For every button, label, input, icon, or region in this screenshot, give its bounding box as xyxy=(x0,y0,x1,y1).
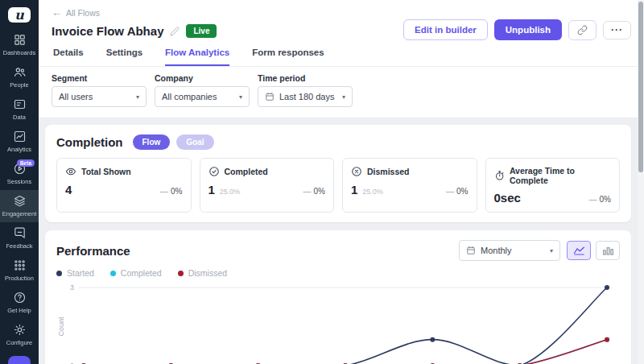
completion-title: Completion xyxy=(56,135,123,149)
svg-text:3: 3 xyxy=(70,283,74,292)
flow-pill[interactable]: Flow xyxy=(133,134,171,150)
sidebar-item-label: Get Help xyxy=(7,307,31,314)
company-label: Company xyxy=(155,73,250,83)
company-select[interactable]: All companies ▾ xyxy=(155,86,250,107)
back-arrow-icon: ← xyxy=(52,6,62,19)
granularity-value: Monthly xyxy=(481,246,512,255)
edit-title-icon[interactable] xyxy=(170,27,180,36)
tab-bar: Details Settings Flow Analytics Form res… xyxy=(52,48,631,66)
tab-settings[interactable]: Settings xyxy=(106,48,142,66)
line-chart-icon xyxy=(573,246,585,255)
stat-label: Average Time to Complete xyxy=(510,166,611,185)
line-chart-toggle[interactable] xyxy=(567,241,591,260)
legend-completed[interactable]: Completed xyxy=(110,268,162,278)
legend-label: Completed xyxy=(121,268,162,278)
segment-select[interactable]: All users ▾ xyxy=(52,86,147,107)
sidebar-item-dashboards[interactable]: Dashboards xyxy=(0,29,39,61)
stat-value: 1 xyxy=(351,183,357,196)
legend-label: Started xyxy=(67,268,94,278)
sidebar-item-label: Data xyxy=(13,114,26,121)
sidebar-item-people[interactable]: People xyxy=(0,61,39,93)
sidebar-item-engagement[interactable]: Engagement xyxy=(0,190,39,222)
sidebar-item-label: Engagement xyxy=(2,210,37,217)
more-options-button[interactable]: ··· xyxy=(603,21,631,39)
feedback-icon xyxy=(13,226,27,240)
legend-started[interactable]: Started xyxy=(56,268,94,278)
time-period-value: Last 180 days xyxy=(279,92,335,101)
legend-label: Dismissed xyxy=(188,268,227,278)
svg-text:Count: Count xyxy=(57,316,65,337)
stat-value: 0sec xyxy=(494,191,521,205)
stat-sub: 25.0% xyxy=(362,188,383,196)
stat-delta: —0% xyxy=(446,187,468,196)
tab-flow-analytics[interactable]: Flow Analytics xyxy=(165,48,229,66)
user-avatar[interactable]: US xyxy=(8,356,31,364)
stopwatch-icon xyxy=(494,170,505,181)
check-circle-icon xyxy=(208,166,220,177)
production-grid-icon xyxy=(13,259,27,272)
sidebar-item-analytics[interactable]: Analytics xyxy=(0,126,39,158)
time-period-label: Time period xyxy=(258,73,353,83)
completion-card: Completion Flow Goal Total Shown 4 —0% xyxy=(45,125,631,222)
help-icon xyxy=(13,291,27,304)
engagement-layers-icon xyxy=(13,194,27,208)
sidebar-item-configure[interactable]: Configure xyxy=(0,319,39,351)
chevron-down-icon: ▾ xyxy=(239,93,242,101)
page-header: ← All Flows Invoice Flow Abhay Live Edit… xyxy=(39,0,644,67)
time-period-select[interactable]: Last 180 days ▾ xyxy=(258,86,353,107)
stat-delta: —0% xyxy=(589,195,611,204)
legend-dismissed[interactable]: Dismissed xyxy=(178,268,227,278)
sidebar-item-production[interactable]: Production xyxy=(0,254,39,287)
company-value: All companies xyxy=(162,92,217,101)
time-period-filter: Time period Last 180 days ▾ xyxy=(258,73,353,107)
eye-icon xyxy=(65,166,76,177)
bar-chart-toggle[interactable] xyxy=(596,241,620,260)
analytics-icon xyxy=(13,130,27,143)
sidebar-item-feedback[interactable]: Feedback xyxy=(0,222,39,254)
stat-value: 4 xyxy=(65,183,72,196)
sidebar-item-get-help[interactable]: Get Help xyxy=(0,287,39,319)
performance-chart: 03CountSep 2024Oct 2024Nov 2024Dec 2024J… xyxy=(56,281,620,364)
sidebar: u Dashboards People Data Analytics Beta … xyxy=(0,0,39,364)
scrollbar-thumb[interactable] xyxy=(638,2,643,172)
calendar-icon xyxy=(265,92,275,101)
copy-link-button[interactable] xyxy=(568,20,597,40)
stat-value: 1 xyxy=(208,183,215,196)
stat-label: Total Shown xyxy=(81,167,131,176)
segment-label: Segment xyxy=(52,73,147,83)
gear-icon xyxy=(13,323,27,337)
performance-card: Performance Monthly ▾ xyxy=(45,230,631,364)
unpublish-button[interactable]: Unpublish xyxy=(494,19,562,40)
chart-area: 03CountSep 2024Oct 2024Nov 2024Dec 2024J… xyxy=(56,281,620,364)
tab-form-responses[interactable]: Form responses xyxy=(252,48,324,66)
granularity-select[interactable]: Monthly ▾ xyxy=(459,240,560,261)
tab-details[interactable]: Details xyxy=(53,48,84,66)
chevron-down-icon: ▾ xyxy=(342,93,345,101)
sidebar-item-label: Analytics xyxy=(7,146,31,153)
sidebar-item-label: People xyxy=(10,81,28,89)
beta-badge: Beta xyxy=(17,159,35,167)
started-dot xyxy=(56,271,62,276)
sidebar-item-data[interactable]: Data xyxy=(0,93,39,126)
sidebar-item-label: Production xyxy=(5,275,34,282)
stat-sub: 25.0% xyxy=(220,188,241,196)
x-circle-icon xyxy=(351,166,362,177)
stat-delta: —0% xyxy=(303,187,325,196)
sidebar-item-sessions[interactable]: Beta Sessions xyxy=(0,158,39,190)
page-title: Invoice Flow Abhay xyxy=(52,24,163,38)
performance-title: Performance xyxy=(56,244,130,258)
edit-in-builder-button[interactable]: Edit in builder xyxy=(403,19,488,40)
stat-completed: Completed 1 25.0% —0% xyxy=(200,158,335,213)
sidebar-item-label: Dashboards xyxy=(3,49,35,56)
chart-type-toggle xyxy=(567,241,620,260)
stat-dismissed: Dismissed 1 25.0% —0% xyxy=(342,158,477,213)
userpilot-logo[interactable]: u xyxy=(8,7,31,23)
series-legend: Started Completed Dismissed xyxy=(56,268,620,278)
breadcrumb[interactable]: ← All Flows xyxy=(52,6,100,19)
sidebar-item-label: Configure xyxy=(6,339,33,346)
people-icon xyxy=(13,65,27,79)
sidebar-item-label: Feedback xyxy=(6,242,33,250)
goal-pill[interactable]: Goal xyxy=(176,134,213,150)
link-icon xyxy=(577,25,588,35)
dashboards-icon xyxy=(13,33,27,47)
